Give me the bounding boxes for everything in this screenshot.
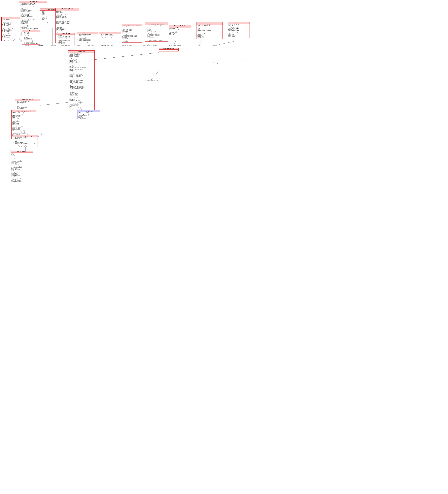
tao-root-poa-title: TAO_Root_POA xyxy=(68,51,94,52)
tao-acceptor-filter-title: TAO_Acceptor_Filter xyxy=(77,32,98,34)
tao-root-poa-box: TAO_Root_POA = TAO_POA_SYNCH_POLICIES + … xyxy=(68,50,95,110)
tao-server-object-adapter-title: TAO_Server_Object_Adapter xyxy=(12,110,36,112)
ace-array-base-section: + max_size_ + cur_size_ + ACE_Array_Base… xyxy=(122,26,142,42)
label-lock: lock_ xyxy=(26,45,29,46)
tao-poa-policy-set-box: TAO_POA_Policy_Set + TAO_POA_Policy_Set(… xyxy=(228,22,250,38)
label-lock2: lock_ xyxy=(13,133,16,135)
tao-server-object-adapter-box: TAO_Server_Object_Adapter # TAO_Object_A… xyxy=(11,110,36,139)
tao-network-priority-hook-section: + set_obj_ref_factory() + update_network… xyxy=(99,34,121,38)
svg-line-22 xyxy=(151,71,159,80)
tao-post-poa-key-title: TAO_Post_POA_Key_ToObject_Params xyxy=(169,25,191,28)
tao-active-policy-strategies-box: TAO_Portable_Server<Active_Policy_Strate… xyxy=(145,22,168,41)
label-cached-policies: cached_policies_ xyxy=(61,45,70,46)
ace-lock-title: ACE_Lock xyxy=(22,30,40,32)
label-key-to-object-params: key_to_object_params_ xyxy=(169,45,181,46)
tao-root-poa-section2: + get_active_object_map() + create() + c… xyxy=(68,69,94,110)
tao-network-priority-hook-title: TAO_Network_Priority_Hook xyxy=(99,32,121,34)
label-network-priority-hook: network_priority_hook_ xyxy=(101,45,114,46)
label-tao-priority: TAO Priority xyxy=(240,59,249,61)
diagram-container: TAO_ORB_Core + TAO_COLLOCATION_TAOLY_POA… xyxy=(0,0,448,494)
tao-regular-poa-title: TAO_Regular_POA xyxy=(78,110,100,112)
ace-alloc-hook-title: ACE_String_Base< ACECHAR_T > xyxy=(196,22,222,25)
label-active-policy-strategies: active_policy_strategies_ xyxy=(142,45,157,46)
tao-poa-manager-section1: + orb_ + id_ + state_ ... xyxy=(11,153,33,158)
tao-poa-policy-set-section: + TAO_POA_Policy_Set() + TAO_POA_Policy_… xyxy=(228,24,250,38)
svg-line-12 xyxy=(174,40,176,46)
label-poa-manager-factory: poa_manager_factory_ xyxy=(34,133,46,135)
label-object-adapter: object_adapter_ xyxy=(26,133,35,135)
label-children: children_ xyxy=(51,45,57,46)
label-ort-adapter: ort_adapter_ xyxy=(75,45,82,46)
corba-localobject-section: + LocalObject() + _is_a() + _non_existen… xyxy=(1,19,20,41)
label-policies: policies_ xyxy=(213,45,218,46)
label-parent: parent_ xyxy=(79,102,83,103)
connections-svg xyxy=(0,0,448,494)
ace-alloc-hook-section: + ACE_ALLOC_HOOK_DECLARE + req_ + res_ +… xyxy=(196,25,222,39)
tao-poamanager-factory-box: TAO_POAManager_Factory + TAO_POAManager_… xyxy=(13,135,38,148)
tao-root-poa-section1: = TAO_POA_SYNCH_POLICIES + object_key_pr… xyxy=(68,52,94,69)
ace-array-base-box: ACE_Array_Base< IOF Profiled > + max_siz… xyxy=(122,24,142,42)
tao-acceptor-filter-box: TAO_Acceptor_Filter + fill_endpoint_temp… xyxy=(77,32,98,42)
label-poa-manager: poa_manager_ xyxy=(80,118,87,119)
tao-post-poa-key-box: TAO_Post_POA_Key_ToObject_Params + syste… xyxy=(169,25,191,37)
label-poa-manager-factory3: poa_manager_factory_ xyxy=(25,143,37,144)
svg-line-9 xyxy=(105,40,108,46)
label-profile-id-array: profile_id_array_ xyxy=(122,45,132,46)
tao-crt-adapter-title: TAO_CRT_Adapter xyxy=(56,33,75,35)
tao-cached-policies-title: TAO_Portable_ServerCached_Policies xyxy=(56,8,79,11)
tao-poa-manager-box: TAO_POA_Manager + orb_ + id_ + state_ ..… xyxy=(11,151,33,183)
portable-server-poa-section xyxy=(159,49,179,51)
portable-server-poa-title: PortableServer::POA xyxy=(159,48,179,49)
ace-array-base-title: ACE_Array_Base< IOF Profiled > xyxy=(122,24,142,26)
label-default-poa-policies: default_poa_policies_ xyxy=(147,80,159,81)
label-filter-factory: filter_factory_ xyxy=(87,45,96,46)
tao-network-priority-hook-box: TAO_Network_Priority_Hook + set_obj_ref_… xyxy=(99,32,121,38)
tao-crt-adapter-section: + activate() + set_obj_ref_factory() + g… xyxy=(56,35,75,45)
tao-poamanager-factory-title: TAO_POAManager_Factory xyxy=(13,135,38,137)
tao-acceptor-filter-section: + fill_endpoint_template() + filter_temp… xyxy=(77,34,98,42)
tao-active-policy-strategies-section: + Active_Policy_Strategies() + cor_core_… xyxy=(145,25,168,41)
ace-alloc-hook-box: ACE_String_Base< ACECHAR_T > + ACE_ALLOC… xyxy=(196,22,223,39)
ace-lock-box: ACE_Lock + ACE_Lock() + ~ACE_Lock() + ac… xyxy=(22,30,40,45)
label-name: name_ xyxy=(198,45,201,46)
portable-server-poa-box: PortableServer::POA xyxy=(159,48,179,51)
svg-line-23 xyxy=(94,53,159,60)
svg-line-13 xyxy=(199,40,202,46)
tao-orb-core-title: TAO_ORB_Core xyxy=(19,1,47,3)
tao-object-adapter-title: TAO_Object_Adapter xyxy=(15,99,40,101)
corba-localobject-box: CORBA::LocalObject + LocalObject() + _is… xyxy=(1,17,20,41)
label-factory: Factory xyxy=(213,62,218,63)
corba-localobject-title: CORBA::LocalObject xyxy=(1,17,20,19)
label-orb-core: orb_core_ xyxy=(38,45,44,46)
tao-poamanager-factory-section: + TAO_POAManager_Factory() + ~TAO_POAMan… xyxy=(13,137,38,147)
ace-lock-section: + ACE_Lock() + ~ACE_Lock() + acquire() +… xyxy=(22,32,40,44)
tao-poa-manager-title: TAO_POA_Manager xyxy=(11,151,33,153)
tao-poa-manager-section2: + activate() + hold_requests() + discard… xyxy=(11,158,33,183)
tao-crt-adapter-box: TAO_CRT_Adapter + activate() + set_obj_r… xyxy=(56,33,75,45)
tao-poa-policy-set-title: TAO_POA_Policy_Set xyxy=(228,22,250,24)
tao-active-policy-strategies-title: TAO_Portable_Server<Active_Policy_Strate… xyxy=(145,22,168,25)
tao-post-poa-key-section: + system_id + ACE_Array_Base() + object_… xyxy=(169,28,191,37)
